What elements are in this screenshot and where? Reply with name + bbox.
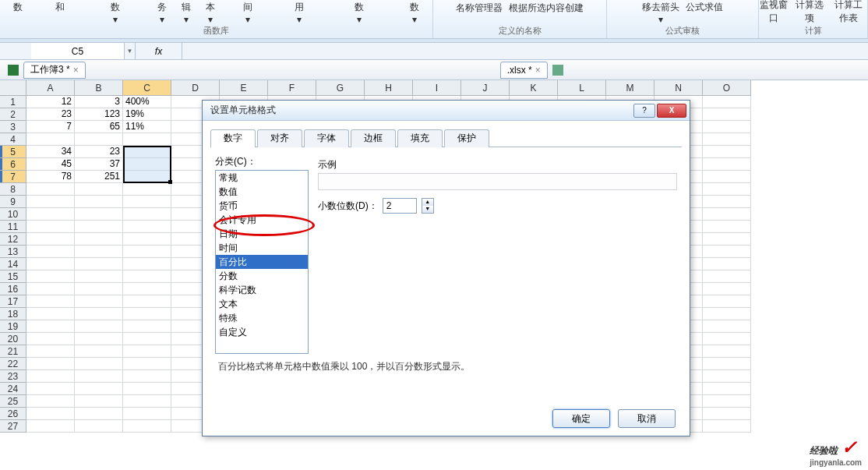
cell[interactable]: [75, 283, 123, 295]
doc-tab[interactable]: .xlsx *×: [500, 62, 548, 79]
row-header[interactable]: 2: [0, 108, 26, 121]
row-header[interactable]: 24: [0, 383, 26, 395]
cell[interactable]: [703, 370, 751, 383]
row-header[interactable]: 4: [0, 133, 26, 146]
cell[interactable]: [123, 233, 171, 246]
cell[interactable]: 34: [26, 146, 75, 158]
cancel-button[interactable]: 取消: [618, 409, 676, 428]
cell[interactable]: [123, 320, 171, 333]
ribbon-item[interactable]: 名称管理器: [456, 2, 503, 15]
cell[interactable]: 12: [26, 96, 75, 108]
cell[interactable]: 3: [75, 96, 123, 108]
category-item[interactable]: 自定义: [216, 325, 308, 339]
ribbon-item[interactable]: 监视窗口: [759, 0, 789, 25]
cell[interactable]: [123, 308, 171, 320]
cell[interactable]: [75, 383, 123, 395]
row-header[interactable]: 15: [0, 270, 26, 283]
row-header[interactable]: 21: [0, 345, 26, 358]
cell[interactable]: [26, 308, 75, 320]
name-box[interactable]: C5: [31, 43, 125, 59]
row-header[interactable]: 19: [0, 320, 26, 333]
cell[interactable]: [123, 196, 171, 208]
category-item[interactable]: 数值: [216, 185, 308, 199]
cell[interactable]: 400%: [123, 96, 171, 108]
column-header[interactable]: O: [703, 80, 751, 96]
column-header[interactable]: K: [510, 80, 558, 96]
category-item[interactable]: 常规: [216, 171, 308, 185]
cell[interactable]: [703, 345, 751, 358]
cell[interactable]: [123, 383, 171, 395]
help-button[interactable]: ?: [633, 104, 655, 118]
row-header[interactable]: 22: [0, 358, 26, 370]
row-header[interactable]: 12: [0, 233, 26, 246]
column-header[interactable]: D: [171, 80, 220, 96]
cell[interactable]: [123, 395, 171, 408]
select-all-corner[interactable]: [0, 80, 26, 96]
cell[interactable]: [75, 183, 123, 196]
ribbon-item[interactable]: 日期和时间▾: [226, 0, 271, 25]
close-icon[interactable]: ×: [535, 65, 541, 76]
cell[interactable]: [75, 295, 123, 308]
spin-down-icon[interactable]: ▼: [422, 206, 433, 213]
cell[interactable]: [26, 345, 75, 358]
cell[interactable]: [75, 246, 123, 258]
cell[interactable]: [26, 295, 75, 308]
cell[interactable]: [703, 320, 751, 333]
column-header[interactable]: M: [606, 80, 655, 96]
cell[interactable]: [26, 358, 75, 370]
column-header[interactable]: H: [365, 80, 413, 96]
cell[interactable]: [703, 208, 751, 221]
cell[interactable]: [26, 183, 75, 196]
cell[interactable]: [123, 171, 171, 183]
cell[interactable]: [703, 258, 751, 270]
ribbon-item[interactable]: 公式求值: [686, 1, 723, 14]
category-item[interactable]: 分数: [216, 269, 308, 283]
cell[interactable]: [123, 158, 171, 171]
cell[interactable]: [703, 246, 751, 258]
cell[interactable]: [703, 295, 751, 308]
dialog-tab[interactable]: 填充: [397, 129, 443, 147]
cell[interactable]: 19%: [123, 108, 171, 121]
row-header[interactable]: 11: [0, 221, 26, 233]
ribbon-item[interactable]: 最近使用的函数▾: [84, 0, 147, 25]
cell[interactable]: [703, 408, 751, 420]
cell[interactable]: [123, 420, 171, 433]
cell[interactable]: 37: [75, 158, 123, 171]
cell[interactable]: 11%: [123, 121, 171, 133]
spin-up-icon[interactable]: ▲: [422, 199, 433, 206]
cell[interactable]: [26, 270, 75, 283]
cell[interactable]: [26, 420, 75, 433]
cell[interactable]: [703, 420, 751, 433]
close-icon[interactable]: ×: [73, 65, 79, 76]
cell[interactable]: [75, 233, 123, 246]
column-header[interactable]: J: [461, 80, 510, 96]
cell[interactable]: [75, 358, 123, 370]
cell[interactable]: [123, 358, 171, 370]
cell[interactable]: [26, 246, 75, 258]
fx-label[interactable]: fx: [136, 43, 182, 59]
cell[interactable]: [26, 208, 75, 221]
cell[interactable]: [26, 333, 75, 345]
cell[interactable]: [26, 320, 75, 333]
cell[interactable]: [703, 383, 751, 395]
ribbon-item[interactable]: 逻辑▾: [178, 0, 196, 25]
cell[interactable]: [75, 270, 123, 283]
column-header[interactable]: F: [268, 80, 316, 96]
category-item[interactable]: 日期: [216, 227, 308, 241]
row-header[interactable]: 26: [0, 408, 26, 420]
ribbon-item[interactable]: 财务▾: [153, 0, 171, 25]
cell[interactable]: [75, 208, 123, 221]
ribbon-item[interactable]: 查找与引用▾: [277, 0, 322, 25]
cell[interactable]: [123, 408, 171, 420]
cell[interactable]: 251: [75, 171, 123, 183]
cell[interactable]: [75, 320, 123, 333]
category-item[interactable]: 百分比: [216, 255, 308, 269]
cell[interactable]: [26, 196, 75, 208]
cell[interactable]: [123, 370, 171, 383]
row-header[interactable]: 3: [0, 121, 26, 133]
cell[interactable]: [26, 283, 75, 295]
cell[interactable]: [703, 133, 751, 146]
row-header[interactable]: 23: [0, 370, 26, 383]
column-header[interactable]: C: [123, 80, 171, 96]
doc-tab[interactable]: 工作簿3 *×: [23, 62, 86, 79]
